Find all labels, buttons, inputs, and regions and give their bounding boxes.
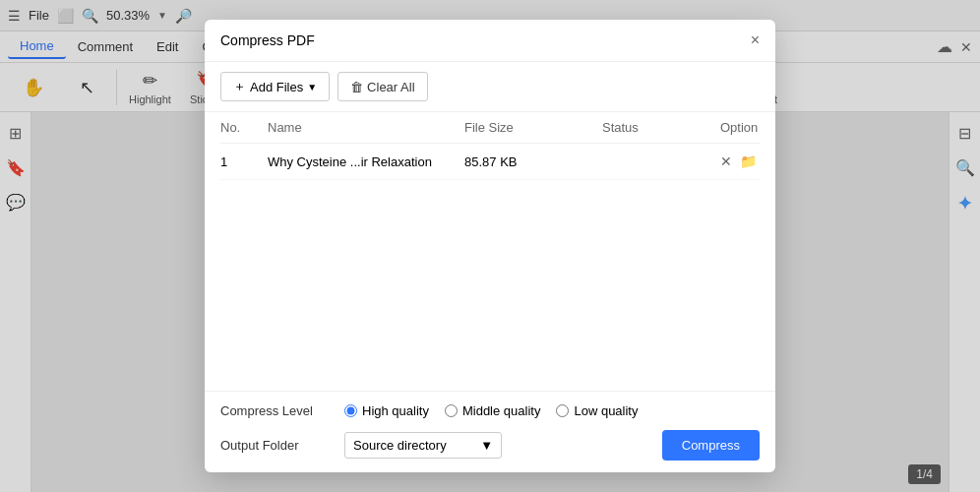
trash-icon: 🗑 [350, 80, 363, 94]
plus-icon: ＋ [233, 78, 246, 95]
add-files-label: Add Files [250, 80, 303, 94]
low-quality-radio[interactable] [556, 404, 569, 417]
output-folder-select[interactable]: Source directory ▼ [344, 432, 502, 459]
compress-level-options: High quality Middle quality Low quality [344, 403, 638, 418]
folder-value: Source directory [353, 438, 447, 453]
high-quality-radio[interactable] [344, 404, 357, 417]
remove-file-button[interactable]: ✕ [720, 154, 732, 169]
dialog-bottom: Compress Level High quality Middle quali… [205, 391, 775, 472]
modal-overlay: Compress PDF × ＋ Add Files ▼ 🗑 Clear All… [0, 0, 980, 492]
dialog-spacer [205, 285, 775, 391]
row-filesize: 85.87 KB [464, 154, 602, 169]
high-quality-label: High quality [362, 403, 429, 418]
row-options: ✕ 📁 [720, 154, 819, 169]
row-no: 1 [220, 154, 268, 169]
folder-dropdown-icon: ▼ [480, 438, 493, 453]
clear-all-button[interactable]: 🗑 Clear All [337, 72, 427, 101]
high-quality-option[interactable]: High quality [344, 403, 429, 418]
file-table: No. Name File Size Status Option 1 Why C… [205, 112, 775, 285]
col-option: Option [720, 120, 819, 135]
middle-quality-label: Middle quality [462, 403, 541, 418]
table-row: 1 Why Cysteine ...ir Relaxation 85.87 KB… [220, 144, 760, 180]
dialog-close-button[interactable]: × [751, 31, 760, 49]
add-files-button[interactable]: ＋ Add Files ▼ [220, 72, 330, 101]
table-header: No. Name File Size Status Option [220, 112, 760, 144]
clear-all-label: Clear All [367, 80, 414, 94]
row-name: Why Cysteine ...ir Relaxation [268, 154, 464, 169]
compress-level-label: Compress Level [220, 403, 329, 418]
low-quality-label: Low quality [574, 403, 638, 418]
dialog-header: Compress PDF × [205, 20, 775, 62]
dialog-toolbar: ＋ Add Files ▼ 🗑 Clear All [205, 62, 775, 112]
col-no: No. [220, 120, 268, 135]
output-folder-label: Output Folder [220, 438, 329, 453]
middle-quality-radio[interactable] [445, 404, 458, 417]
low-quality-option[interactable]: Low quality [556, 403, 638, 418]
middle-quality-option[interactable]: Middle quality [445, 403, 541, 418]
compress-button[interactable]: Compress [662, 430, 760, 461]
dialog-title: Compress PDF [220, 32, 315, 48]
col-filesize: File Size [464, 120, 602, 135]
compress-pdf-dialog: Compress PDF × ＋ Add Files ▼ 🗑 Clear All… [205, 20, 775, 472]
col-name: Name [268, 120, 464, 135]
compress-level-row: Compress Level High quality Middle quali… [220, 403, 760, 418]
open-folder-button[interactable]: 📁 [740, 154, 757, 169]
output-folder-row: Output Folder Source directory ▼ Compres… [220, 430, 760, 461]
col-status: Status [602, 120, 720, 135]
dropdown-arrow-icon[interactable]: ▼ [307, 82, 317, 92]
